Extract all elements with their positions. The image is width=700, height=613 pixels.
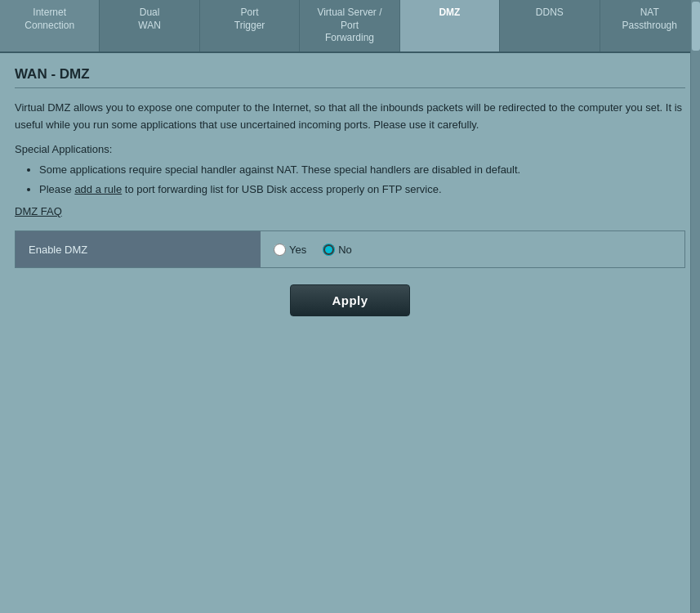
scrollbar-thumb[interactable] (692, 2, 700, 51)
bullet-list: Some applications require special handle… (15, 162, 685, 197)
radio-no-label: No (338, 244, 352, 256)
radio-yes-input[interactable] (274, 244, 286, 256)
bullet-item-1: Some applications require special handle… (39, 162, 685, 178)
radio-yes-option[interactable]: Yes (274, 244, 306, 256)
enable-dmz-label: Enable DMZ (16, 231, 261, 267)
tab-port-trigger[interactable]: Port Trigger (200, 0, 300, 51)
tab-bar: Internet Connection Dual WAN Port Trigge… (0, 0, 700, 53)
tab-dual-wan[interactable]: Dual WAN (100, 0, 199, 51)
radio-no-input[interactable] (323, 244, 335, 256)
description-text: Virtual DMZ allows you to expose one com… (15, 100, 685, 134)
tab-dmz[interactable]: DMZ (400, 0, 500, 51)
apply-button[interactable]: Apply (290, 284, 409, 316)
tab-ddns[interactable]: DDNS (500, 0, 600, 51)
add-rule-link[interactable]: add a rule (74, 183, 122, 195)
section-title: WAN - DMZ (15, 66, 685, 88)
main-content: WAN - DMZ Virtual DMZ allows you to expo… (0, 53, 700, 613)
tab-nat-passthrough[interactable]: NAT Passthrough (600, 0, 700, 51)
radio-yes-label: Yes (289, 244, 306, 256)
enable-dmz-options: Yes No (261, 231, 684, 267)
radio-no-option[interactable]: No (323, 244, 352, 256)
bullet-item-2: Please add a rule to port forwarding lis… (39, 181, 685, 198)
tab-internet-connection[interactable]: Internet Connection (0, 0, 100, 51)
special-apps-title: Special Applications: (15, 143, 685, 155)
apply-btn-container: Apply (15, 284, 685, 316)
enable-dmz-row: Enable DMZ Yes No (15, 230, 685, 268)
scrollbar-track[interactable] (690, 0, 700, 613)
dmz-faq-link[interactable]: DMZ FAQ (15, 205, 62, 217)
tab-virtual-server[interactable]: Virtual Server / Port Forwarding (300, 0, 399, 51)
